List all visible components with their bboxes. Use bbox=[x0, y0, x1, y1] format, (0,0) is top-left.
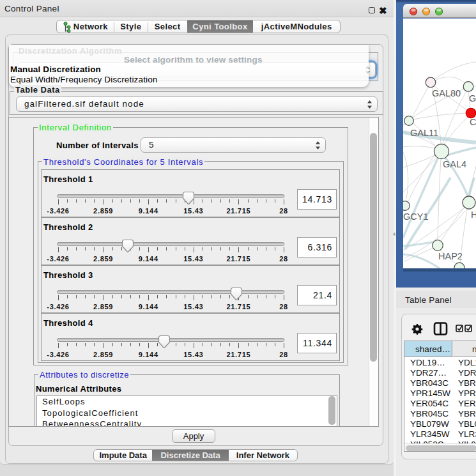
svg-text:GAL4: GAL4 bbox=[443, 159, 466, 169]
svg-text:GAL11: GAL11 bbox=[410, 128, 438, 138]
svg-text:GCY1: GCY1 bbox=[403, 211, 429, 222]
svg-text:G.: G. bbox=[469, 93, 476, 104]
svg-text:H: H bbox=[471, 210, 476, 220]
svg-text:GAL80: GAL80 bbox=[432, 88, 461, 98]
svg-text:C: C bbox=[470, 117, 476, 127]
svg-text:HAP2: HAP2 bbox=[438, 251, 463, 261]
